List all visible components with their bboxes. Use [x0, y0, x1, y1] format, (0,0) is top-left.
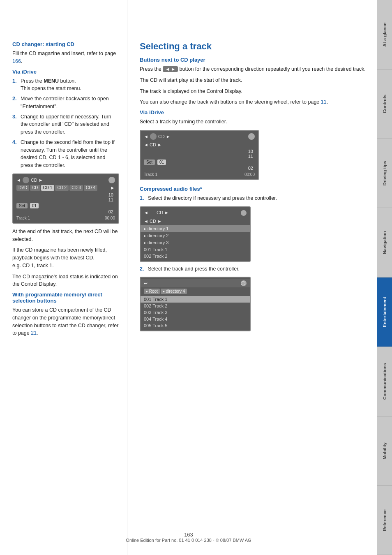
step-text-3: Change to upper field if necessary. Turn…	[21, 113, 119, 136]
sidebar: At a glance Controls Driving tips Naviga…	[377, 0, 392, 555]
step-text-2: Move the controller backwards to open "E…	[21, 95, 119, 111]
sidebar-tab-at-a-glance[interactable]: At a glance	[377, 0, 392, 69]
cd-set-row: Set 01	[16, 203, 115, 208]
sidebar-tab-label: Mobility	[382, 442, 387, 460]
dir-second-nav-text: ◄ CD ►	[144, 219, 162, 224]
via-idrive-heading-right: Via iDrive	[140, 109, 369, 116]
page-footer: 163 Online Edition for Part no. 01 41 0 …	[0, 528, 377, 543]
dir-nav-label: CD ►	[157, 210, 169, 215]
cd-nav-left: ◄ CD ►	[16, 177, 43, 183]
sidebar-tab-communications[interactable]: Communications	[377, 347, 392, 416]
dir2-row-4[interactable]: 004 Track 4	[141, 316, 250, 322]
page-link-21[interactable]: 21	[31, 330, 37, 336]
compressed-steps-2: 2. Select the track and press the contro…	[140, 265, 369, 273]
compressed-step-1: 1. Select the directory if necessary and…	[140, 194, 369, 202]
dir-row-5[interactable]: 002 Track 2	[141, 253, 250, 259]
sidebar-tab-controls[interactable]: Controls	[377, 69, 392, 139]
cd-tab-dvd[interactable]: DVD	[16, 185, 29, 191]
cd-time: 00:00	[105, 216, 115, 220]
cd-changer-heading: CD changer: starting CD	[12, 41, 119, 47]
text-after1: At the end of the last track, the next C…	[12, 228, 119, 243]
cd-num-02-r: 02	[144, 166, 255, 171]
buttons-next-text4: You can also change the track with butto…	[140, 98, 369, 106]
dir-second-nav: ◄ CD ►	[141, 218, 250, 224]
dir-row-2[interactable]: ▸ directory 2	[141, 232, 250, 239]
right-column: Selecting a track Buttons next to CD pla…	[127, 0, 377, 555]
breadcrumb-root[interactable]: ▸ Root	[144, 289, 160, 294]
cd-display-top-row: ◄ CD ►	[16, 177, 115, 183]
page-link-166[interactable]: 166	[12, 58, 21, 64]
cd-set-button[interactable]: Set	[16, 203, 28, 208]
page-number: 163	[184, 532, 193, 538]
cd-track-label: Track 1	[16, 216, 30, 220]
cd-settings-icon	[108, 177, 115, 183]
cd-set-btn-r[interactable]: Set	[144, 160, 155, 165]
cd-num-01: 01	[30, 203, 39, 208]
cd-arrow-right: ►	[110, 185, 115, 191]
dir-display-1-top: ◄ CD ►	[141, 209, 250, 217]
cd-second-nav: ◄ CD ►	[144, 141, 255, 148]
dir-row-1[interactable]: ▸ directory 1	[141, 225, 250, 232]
dir2-breadcrumb: ▸ Root ▸ directory 4	[141, 287, 250, 295]
cd-num-02: 02	[16, 209, 115, 214]
dir2-row-3[interactable]: 003 Track 3	[141, 309, 250, 316]
sidebar-tab-label: Reference	[382, 509, 387, 531]
cd-display-right-top: ◄ CD ►	[144, 133, 255, 140]
sidebar-tab-navigation[interactable]: Navigation	[377, 208, 392, 278]
cd-disc-icon	[23, 177, 29, 183]
dir2-row-1[interactable]: 001 Track 1	[141, 296, 250, 303]
breadcrumb-dir4[interactable]: ▸ directory 4	[161, 289, 187, 294]
cd-second-nav-text: ◄ CD ►	[144, 142, 162, 147]
dir-row-3[interactable]: ▸ directory 3	[141, 239, 250, 246]
sidebar-tab-entertainment[interactable]: Entertainment	[377, 278, 392, 347]
step-num-1: 1.	[12, 77, 18, 93]
step-text-1: Press the MENU button.This opens the sta…	[21, 77, 119, 93]
cd-nav-icon: ◄	[16, 178, 21, 183]
cd-tab-cd2[interactable]: CD 2	[55, 185, 69, 191]
sidebar-tab-label: Communications	[382, 363, 387, 400]
cd-tab-cd[interactable]: CD	[30, 185, 40, 191]
sidebar-tab-reference[interactable]: Reference	[377, 486, 392, 555]
cd-set-row-r: Set 01	[144, 160, 255, 165]
buttons-next-text1: Press the ◄ ► button for the correspondi…	[140, 65, 369, 73]
cd-nav-right: ◄ CD ►	[144, 133, 171, 140]
compressed-step-text-2: Select the track and press the controlle…	[148, 265, 369, 273]
cd-numbers-r: 1011	[144, 149, 255, 159]
cd-label-r: CD ►	[158, 134, 171, 139]
via-idrive-text: Select a track by turning the controller…	[140, 118, 369, 126]
sidebar-tab-label: Driving tips	[382, 161, 387, 186]
dir-settings-icon	[241, 210, 247, 216]
sidebar-tab-label: At a glance	[382, 23, 387, 47]
cd-track-label-r: Track 1	[144, 172, 157, 177]
text-after3: The CD magazine's load status is indicat…	[12, 273, 119, 289]
dir2-top-bar: ↩ ⓘ	[141, 279, 250, 287]
sidebar-tab-driving-tips[interactable]: Driving tips	[377, 139, 392, 208]
dir-nav-top: ◄ CD ►	[144, 210, 169, 216]
dir2-row-2[interactable]: 002 Track 2	[141, 303, 250, 309]
dir-disc-icon	[150, 210, 155, 216]
cd-nav-icon-r: ◄	[144, 134, 148, 139]
step-text-4: Change to the second field from the top …	[21, 139, 119, 169]
dir2-row-5[interactable]: 005 Track 5	[141, 322, 250, 329]
sidebar-tab-label: Navigation	[382, 231, 387, 254]
dir-display-1: ◄ CD ► ◄ CD ► ▸ directory 1 ▸ directory …	[140, 206, 251, 262]
via-idrive-heading-left: Via iDrive	[12, 69, 119, 75]
cd-numbers: 1011	[16, 192, 115, 202]
sidebar-tab-mobility[interactable]: Mobility	[377, 416, 392, 486]
cd-disc-icon-r	[150, 133, 157, 140]
step-3: 3. Change to upper field if necessary. T…	[12, 113, 119, 136]
cd-time-r: 00:00	[244, 172, 255, 177]
sidebar-tab-label: Controls	[382, 95, 387, 113]
step-1: 1. Press the MENU button.This opens the …	[12, 77, 119, 93]
cd-tab-cd3[interactable]: CD 3	[69, 185, 83, 191]
compressed-step-num-1: 1.	[140, 194, 145, 202]
cd-tab-cd4[interactable]: CD 4	[84, 185, 97, 191]
dir-row-4[interactable]: 001 Track 1	[141, 246, 250, 253]
cd-bottom-row: Track 1 00:00	[16, 216, 115, 220]
cd-tab-cd1[interactable]: CD 1	[41, 185, 55, 191]
cd-num-01-r: 01	[157, 160, 166, 165]
step-2: 2. Move the controller backwards to open…	[12, 95, 119, 111]
page-link-11[interactable]: 11	[321, 99, 327, 105]
dir2-info-icon: ⓘ	[241, 280, 247, 286]
compressed-step-text-1: Select the directory if necessary and pr…	[148, 194, 369, 202]
